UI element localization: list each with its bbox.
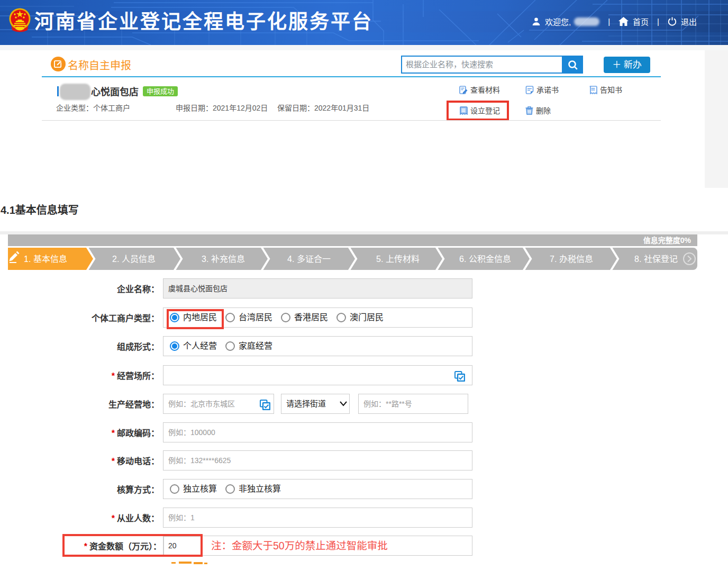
svg-text:4. 多证合一: 4. 多证合一 — [287, 255, 331, 264]
svg-text:2. 人员信息: 2. 人员信息 — [112, 255, 156, 264]
svg-text:8. 社保登记: 8. 社保登记 — [634, 255, 678, 264]
svg-text:6. 公积金信息: 6. 公积金信息 — [459, 255, 511, 264]
svg-text:7. 办税信息: 7. 办税信息 — [550, 255, 593, 264]
svg-text:5. 上传材料: 5. 上传材料 — [376, 255, 420, 264]
svg-text:1. 基本信息: 1. 基本信息 — [24, 255, 67, 264]
svg-text:3. 补充信息: 3. 补充信息 — [202, 255, 245, 264]
